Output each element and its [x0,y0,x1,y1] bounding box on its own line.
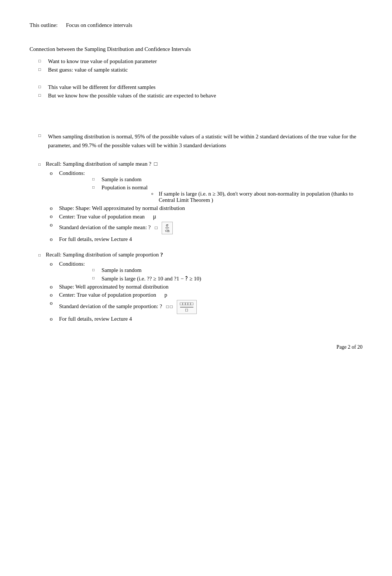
conditions-list: Sample is random Population is normal If… [59,176,362,203]
outline-label: This outline: [30,22,58,28]
std-dev-formula-box-mean: σ √n [162,222,173,234]
recall-proportion-label: Recall: Sampling distribution of sample … [46,252,163,258]
fraction-mean: σ √n [164,223,171,234]
conditions-item: Conditions: Sample is random Population … [30,170,362,203]
review-mean-item: For full details, review Lecture 4 [30,236,362,242]
list-item: Best guess: value of sample statistic [30,67,362,73]
shape-item: Shape: Shape: Well approximated by norma… [30,205,362,211]
when-sampling-list: When sampling distribution is normal, 95… [30,132,362,150]
bullets-group2: This value will be different for differe… [30,84,362,99]
recall-mean-label: Recall: Sampling distribution of sample … [46,161,157,167]
proportion-conditions-item: Conditions: Sample is random Sample is l… [30,261,362,282]
proportion-std-dev-item: Standard deviation of the sample proport… [30,300,362,314]
proportion-formula-pre: □ □ [166,304,174,309]
large-sample-list: If sample is large (i.e. n ≥ 30), don't … [102,191,362,203]
mu-symbol: μ [153,213,157,220]
recall-proportion-subbullets: Conditions: Sample is random Sample is l… [30,261,362,322]
proportion-conditions-list: Sample is random Sample is large (i.e. ?… [59,267,362,282]
proportion-formula-den: □ [180,307,193,313]
conditions-label: Conditions: [59,170,85,176]
proportion-condition-1: Sample is random [59,267,362,273]
proportion-center-item: Center: True value of population proport… [30,292,362,298]
outline-focus: Focus on confidence intervals [66,22,133,28]
when-sampling-item: When sampling distribution is normal, 95… [30,132,362,150]
proportion-formula-num: □□□□□ [180,301,193,307]
proportion-conditions-label: Conditions: [59,261,85,267]
page-number: Page 2 of 20 [30,344,362,350]
std-dev-formula-box-proportion: □□□□□ □ [177,300,197,314]
connection-title: Connection between the Sampling Distribu… [30,46,362,52]
recall-mean-subbullets: Conditions: Sample is random Population … [30,170,362,242]
std-dev-item: Standard deviation of the sample mean: ?… [30,222,362,234]
outline-line: This outline: Focus on confidence interv… [30,22,362,28]
bullets-group1: Want to know true value of population pa… [30,58,362,73]
list-item: But we know how the possible values of t… [30,93,362,99]
large-sample-item: If sample is large (i.e. n ≥ 30), don't … [102,191,362,203]
condition-2: Population is normal If sample is large … [59,184,362,203]
list-item: Want to know true value of population pa… [30,58,362,65]
recall-proportion-line: Recall: Sampling distribution of sample … [38,252,362,258]
std-dev-formula-mean: □ [155,225,159,230]
condition-1: Sample is random [59,176,362,183]
review-proportion-item: For full details, review Lecture 4 [30,316,362,322]
recall-mean-line: Recall: Sampling distribution of sample … [38,161,362,167]
center-item: Center: True value of population mean μ [30,213,362,220]
list-item: This value will be different for differe… [30,84,362,90]
shape-label: Shape: [59,205,76,211]
p-symbol: p [164,292,167,298]
proportion-condition-2: Sample is large (i.e. ?? ≥ 10 and ?1 − ?… [59,275,362,282]
proportion-shape-item: Shape: Well approximated by normal distr… [30,284,362,290]
